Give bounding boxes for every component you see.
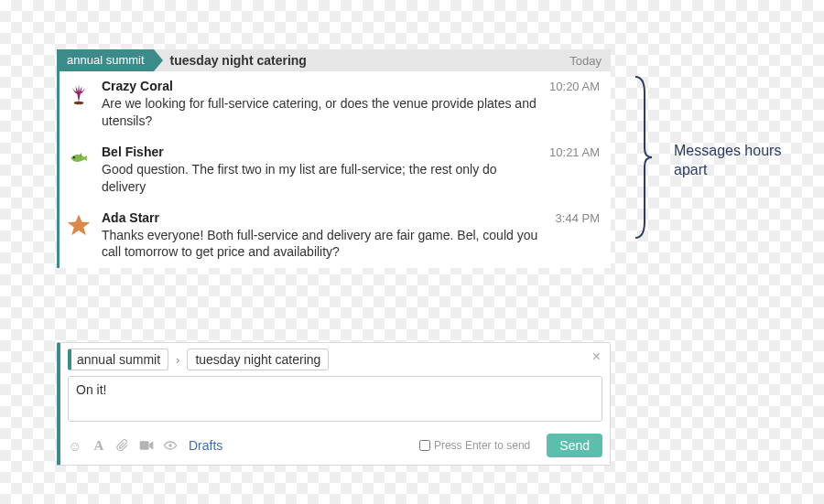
close-icon[interactable]: × xyxy=(592,349,601,365)
message-author[interactable]: Bel Fisher xyxy=(102,145,164,159)
starfish-icon xyxy=(66,211,92,237)
chevron-right-icon: › xyxy=(176,353,179,367)
message: Ada Starr 3:44 PM Thanks everyone! Both … xyxy=(60,203,611,269)
message-text: Thanks everyone! Both full-service and d… xyxy=(102,227,541,262)
format-icon[interactable]: A xyxy=(92,438,106,454)
compose-toolbar: ☺ A Drafts Press Enter to send Send xyxy=(60,430,610,465)
coral-icon xyxy=(66,80,92,105)
drafts-link[interactable]: Drafts xyxy=(189,438,222,453)
compose-box: annual summit › tuesday night catering ×… xyxy=(57,342,611,466)
fish-icon xyxy=(66,145,92,171)
thread-header: annual summit tuesday night catering Tod… xyxy=(60,49,611,71)
svg-point-0 xyxy=(74,102,84,105)
annotation-label: Messages hours apart xyxy=(674,142,793,180)
message-time: 3:44 PM xyxy=(556,211,600,225)
thread-parent-stream[interactable]: annual summit xyxy=(60,49,154,71)
svg-point-1 xyxy=(73,156,75,158)
message-time: 10:20 AM xyxy=(549,80,600,93)
message-author[interactable]: Crazy Coral xyxy=(102,79,173,93)
thread-panel: annual summit tuesday night catering Tod… xyxy=(57,49,611,268)
press-enter-checkbox[interactable] xyxy=(419,440,430,451)
thread-topic[interactable]: tuesday night catering xyxy=(170,53,307,68)
press-enter-label: Press Enter to send xyxy=(434,439,530,452)
message: Bel Fisher 10:21 AM Good question. The f… xyxy=(60,137,611,203)
avatar-star xyxy=(65,210,92,238)
message-time: 10:21 AM xyxy=(549,145,600,159)
avatar-fish xyxy=(65,145,92,172)
compose-stream-tag[interactable]: annual summit xyxy=(68,349,168,370)
compose-textarea[interactable] xyxy=(68,376,602,422)
send-button[interactable]: Send xyxy=(547,434,602,457)
avatar-coral xyxy=(65,79,92,106)
message-author[interactable]: Ada Starr xyxy=(102,210,159,225)
thread-date-label: Today xyxy=(569,54,602,68)
press-enter-hint[interactable]: Press Enter to send xyxy=(419,439,530,452)
annotation-brace xyxy=(632,75,655,240)
emoji-icon[interactable]: ☺ xyxy=(68,438,82,454)
video-icon[interactable] xyxy=(139,438,154,454)
message-text: Good question. The first two in my list … xyxy=(102,161,541,196)
svg-point-3 xyxy=(168,444,171,446)
message-text: Are we looking for full-service catering… xyxy=(102,95,541,130)
compose-recipients: annual summit › tuesday night catering × xyxy=(60,343,610,376)
message: Crazy Coral 10:20 AM Are we looking for … xyxy=(60,71,611,137)
preview-icon[interactable] xyxy=(163,438,178,454)
attach-icon[interactable] xyxy=(115,438,130,454)
compose-topic-tag[interactable]: tuesday night catering xyxy=(187,349,329,370)
svg-rect-2 xyxy=(140,441,149,449)
